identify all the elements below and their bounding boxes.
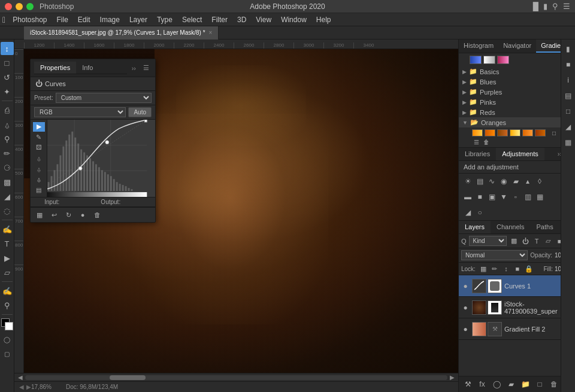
search-icon[interactable]: ⚲ [552,2,558,11]
menu-edit[interactable]: Edit [73,14,95,25]
healing-tool[interactable]: ⚲ [1,132,14,145]
hsl-icon[interactable]: ▴ [522,176,533,187]
clone-tool[interactable]: ⚆ [1,161,14,174]
navigator-tab[interactable]: Navigator [498,39,536,53]
orange-swatch-4[interactable] [510,129,520,136]
foreground-background-colors[interactable] [1,318,13,330]
color-balance-icon[interactable]: ◊ [534,176,545,187]
marquee-tool[interactable]: □ [1,56,14,69]
shape-filter-icon[interactable]: ▱ [543,236,553,246]
blend-mode-select[interactable]: Normal Multiply Screen Overlay [461,250,528,260]
lock-pixels-icon[interactable]: ✏ [490,264,500,274]
info-tab[interactable]: Info [76,62,99,74]
layer-item-istock[interactable]: ● iStock-471900639_super [459,297,575,318]
black-white-icon[interactable]: ▬ [462,192,473,202]
background-color[interactable] [5,322,13,330]
adjustment-filter-icon[interactable]: ⏻ [520,236,530,246]
libraries-tab[interactable]: Libraries [459,148,496,160]
layer-mask-icon[interactable]: ◯ [491,379,502,390]
navigator-icon[interactable]: ■ [562,59,574,71]
hand-tool[interactable]: ✍ [1,284,14,297]
scroll-right-arrow[interactable]: ▶ [447,374,457,381]
layer-item-curves1[interactable]: ● Curves 1 [459,275,575,297]
panel-expand-icon[interactable]: ›› [129,65,138,72]
lock-artboard-icon[interactable]: ■ [513,264,522,274]
curves-smooth-tool[interactable]: ⚄ [33,143,45,153]
layer-kind-select[interactable]: Kind Name Effect [469,236,507,246]
swatches-strip-icon[interactable]: □ [562,105,574,117]
exposure-icon[interactable]: ◉ [498,176,509,187]
panel-menu-icon[interactable]: ☰ [141,64,152,72]
delete-layer-icon[interactable]: 🗑 [549,379,559,390]
color-lookup-icon[interactable]: ▼ [498,192,509,202]
swatch-menu-icon[interactable]: ☰ [472,138,480,145]
minimize-button[interactable] [16,3,23,10]
menu-photoshop[interactable]: Photoshop [8,14,52,25]
menu-view[interactable]: View [251,14,276,25]
layer-visibility-toggle[interactable]: ● [461,282,470,290]
gradients-strip-icon[interactable]: ◢ [562,121,574,133]
scroll-left-arrow[interactable]: ◀ [16,374,25,381]
channel-mixer-icon[interactable]: ▣ [486,192,497,202]
curves-icon[interactable]: ∿ [486,176,497,187]
orange-swatch-5[interactable] [522,129,533,136]
curves-pointer-tool[interactable]: ▶ [33,122,45,132]
layer-adjustment-icon[interactable]: ▰ [506,379,516,390]
clip-to-layer-icon[interactable]: ▦ [34,209,45,220]
visibility-icon[interactable]: ● [77,209,88,220]
posterize-icon[interactable]: ▥ [522,192,533,202]
selective-color-icon[interactable]: ○ [474,207,485,218]
lock-all-icon[interactable]: 🔒 [524,264,534,274]
threshold-icon[interactable]: ▦ [534,192,545,202]
type-filter-icon[interactable]: T [532,236,541,246]
zoom-tool[interactable]: ⚲ [1,299,14,312]
info-strip-icon[interactable]: i [562,74,574,86]
gradient-item-blues[interactable]: ▶ 📁 Blues [459,77,575,87]
pixel-filter-icon[interactable]: ▩ [509,236,519,246]
pen-tool[interactable]: ✍ [1,223,14,236]
layers-tab[interactable]: Layers [459,221,491,233]
new-swatch-icon[interactable]: □ [550,129,558,136]
menu-3d[interactable]: 3D [232,14,251,25]
move-tool[interactable]: ↕ [1,42,14,55]
brightness-contrast-icon[interactable]: ☀ [462,176,473,187]
gradient-swatch-blue[interactable] [470,56,482,64]
color-strip-icon[interactable]: ▤ [562,90,574,102]
curves-graph[interactable]: ▶ ✎ ⚄ ⍙ ⍙ ⍙ ▤ [31,120,155,197]
layer-visibility-toggle[interactable]: ● [461,325,470,333]
status-nav-arrows[interactable]: ◀ ▶ [19,384,31,390]
control-center-icon[interactable]: ☰ [563,2,570,11]
gradient-swatch-white[interactable] [483,56,495,64]
scrollbar-track[interactable] [25,375,447,380]
menu-file[interactable]: File [52,14,73,25]
gradient-swatch-pink[interactable] [497,56,509,64]
scrollbar-thumb[interactable] [110,375,146,380]
eyedropper-tool[interactable]: ⍙ [1,118,14,131]
curves-chart-tool[interactable]: ▤ [33,185,45,195]
auto-button[interactable]: Auto [128,107,152,117]
histogram-tab[interactable]: Histogram [459,39,498,53]
vibrance-icon[interactable]: ▰ [510,176,521,187]
invert-icon[interactable]: ▫ [510,192,521,202]
orange-swatch-1[interactable] [472,129,483,136]
orange-swatch-2[interactable] [485,129,495,136]
horizontal-scrollbar[interactable]: ◀ ▶ [14,373,458,381]
menu-image[interactable]: Image [95,14,125,25]
gradient-item-reds[interactable]: ▶ 📁 Reds [459,107,575,117]
photo-filter-icon[interactable]: ■ [474,192,485,202]
curves-eyedropper-white[interactable]: ⍙ [33,175,45,184]
status-left-arrow[interactable]: ◀ [19,384,24,390]
layer-effects-icon[interactable]: fx [477,379,488,390]
quick-select-tool[interactable]: ✦ [1,85,14,98]
reset-adjustments-icon[interactable]: ↻ [63,209,74,220]
new-layer-icon[interactable]: □ [534,379,545,390]
gradient-map-icon[interactable]: ◢ [462,207,473,218]
lock-position-icon[interactable]: ↕ [501,264,511,274]
lock-transparent-icon[interactable]: ▦ [479,264,488,274]
menu-filter[interactable]: Filter [207,14,232,25]
layer-group-icon[interactable]: 📁 [520,379,531,390]
layer-visibility-toggle[interactable]: ● [461,303,470,312]
status-right-arrow[interactable]: ▶ [26,384,31,390]
levels-icon[interactable]: ▤ [474,176,485,187]
menu-help[interactable]: Help [311,14,336,25]
